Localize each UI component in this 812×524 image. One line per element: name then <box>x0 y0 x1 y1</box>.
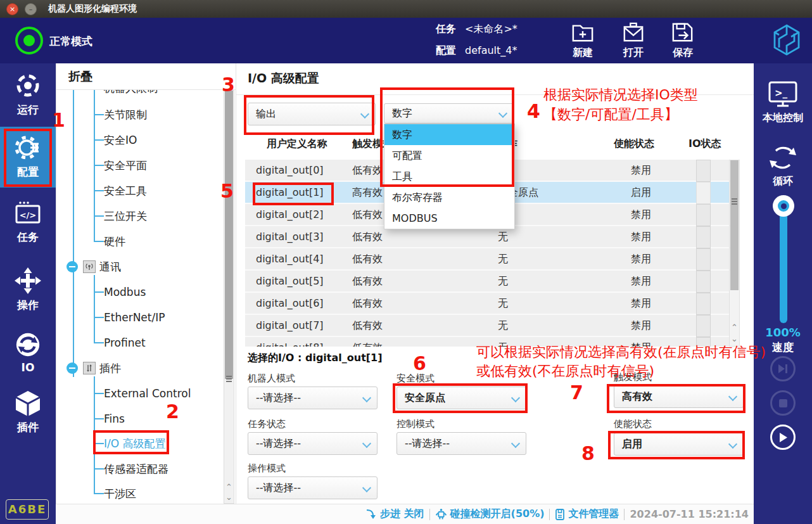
tree-scrollbar[interactable]: ⌃ ⌄ <box>224 90 234 504</box>
dropdown-option-modbus[interactable]: MODBUS <box>384 208 514 229</box>
step-arrow-icon <box>365 509 377 520</box>
step-mode-status[interactable]: 步进 关闭 <box>365 508 424 521</box>
trigger-mode-dropdown[interactable]: 高有效 <box>614 385 744 408</box>
sliders-icon <box>83 362 96 374</box>
cell-trigger: 高有效 <box>352 182 383 203</box>
sidebar-item-operate[interactable]: 操作 <box>0 266 56 312</box>
cell-enable: 禁用 <box>631 315 651 336</box>
io-state-checkbox[interactable] <box>696 248 711 271</box>
file-manager-icon <box>555 509 565 520</box>
scroll-down-icon[interactable]: ⌄ <box>225 494 232 501</box>
tree-item-sensor-adapter[interactable]: 传感器适配器 <box>104 460 168 478</box>
table-row[interactable]: digital_out[3]低有效无禁用 <box>245 226 729 248</box>
tree-item-interference-zone[interactable]: 干涉区 <box>104 485 136 502</box>
table-row[interactable]: digital_out[6]低有效无禁用 <box>245 293 729 315</box>
loop-button[interactable]: 循环 <box>754 143 812 188</box>
tree-item-ethernet-ip[interactable]: EtherNet/IP <box>104 309 165 326</box>
tree-item-fins[interactable]: Fins <box>104 410 125 428</box>
tree-line <box>94 418 104 419</box>
tree-scrollbar-thumb[interactable] <box>225 91 233 379</box>
table-row[interactable]: digital_out[4]低有效无禁用 <box>245 248 729 271</box>
robot-mode-value: --请选择-- <box>256 392 301 404</box>
play-button[interactable] <box>770 425 796 450</box>
io-state-checkbox[interactable] <box>696 271 711 293</box>
tree-header-collapse[interactable]: 折叠 <box>56 63 236 90</box>
tree-item-modbus[interactable]: Modbus <box>104 283 146 301</box>
tree-node-communication[interactable]: 通讯 <box>67 258 121 276</box>
dropdown-option-configurable[interactable]: 可配置 <box>384 145 514 166</box>
table-row[interactable]: digital_out[7]低有效无禁用 <box>245 315 729 337</box>
io-type-dropdown[interactable]: 数字 <box>384 103 514 124</box>
table-row[interactable]: digital_out[5]低有效无禁用 <box>245 271 729 293</box>
config-label: 配置 <box>436 44 456 56</box>
close-icon[interactable]: × <box>6 3 18 15</box>
tree-item-joint-limit[interactable]: 关节限制 <box>104 106 147 124</box>
collapse-minus-icon[interactable] <box>67 261 78 272</box>
robot-mode-dropdown[interactable]: --请选择-- <box>248 387 377 409</box>
tree-item-io-advanced-config[interactable]: I/O 高级配置 <box>104 435 166 452</box>
dropdown-option-tool[interactable]: 工具 <box>384 166 514 187</box>
tree-item-safety-plane[interactable]: 安全平面 <box>104 157 147 174</box>
dropdown-option-digital[interactable]: 数字 <box>384 124 514 145</box>
cell-enable: 禁用 <box>631 337 651 347</box>
cell-enable: 禁用 <box>631 293 651 314</box>
tree-item-profinet[interactable]: Profinet <box>104 334 146 352</box>
table-row-partial[interactable]: digital_out[8]低有效无禁用 <box>245 337 729 347</box>
io-state-checkbox[interactable] <box>696 293 711 315</box>
scroll-up-icon[interactable]: ⌃ <box>731 324 738 331</box>
step-forward-button[interactable] <box>770 356 796 381</box>
save-button[interactable]: 保存 <box>659 22 706 60</box>
field-label-robot-mode: 机器人模式 <box>248 373 295 385</box>
run-icon <box>13 91 42 103</box>
tree-item-safety-io[interactable]: 安全IO <box>104 131 137 149</box>
save-disk-icon <box>671 34 695 46</box>
tree-line <box>94 393 104 394</box>
stop-button[interactable] <box>770 390 796 416</box>
io-state-checkbox[interactable] <box>696 182 711 204</box>
tree-item-robot-limit[interactable]: 机器人限制 <box>104 90 158 97</box>
sidebar-item-task[interactable]: </> 任务 <box>0 200 56 245</box>
control-mode-dropdown[interactable]: --请选择-- <box>396 432 526 455</box>
tree-item-three-pos-switch[interactable]: 三位开关 <box>104 207 147 225</box>
task-value: <未命名>* <box>465 23 517 35</box>
tree-item-safety-tool[interactable]: 安全工具 <box>104 182 147 200</box>
sidebar-item-io[interactable]: IO <box>0 331 56 374</box>
stop-icon <box>779 399 787 407</box>
table-scrollbar[interactable]: ⌃ ⌄ <box>729 160 740 347</box>
minimize-icon[interactable]: – <box>25 3 37 15</box>
sidebar-item-label: 运行 <box>0 103 56 117</box>
io-state-checkbox[interactable] <box>696 204 711 226</box>
tree-item-external-control[interactable]: External Control <box>104 385 191 402</box>
control-mode-value: --请选择-- <box>405 437 450 449</box>
speed-slider-track[interactable] <box>780 204 787 323</box>
sidebar-item-run[interactable]: 运行 <box>0 71 56 117</box>
scroll-down-icon[interactable]: ⌄ <box>731 335 738 342</box>
io-state-checkbox[interactable] <box>696 226 711 248</box>
sidebar-item-plugin[interactable]: 插件 <box>0 390 56 435</box>
io-state-checkbox[interactable] <box>696 315 711 337</box>
tree-line <box>94 190 104 191</box>
local-control-button[interactable]: >_ 本地控制 <box>754 80 812 125</box>
collision-detect-status[interactable]: 碰撞检测开启(50%) <box>435 508 545 521</box>
operate-mode-dropdown[interactable]: --请选择-- <box>248 476 377 499</box>
tree-node-plugin[interactable]: 插件 <box>67 359 121 377</box>
scroll-up-icon[interactable]: ⌃ <box>225 483 232 490</box>
speed-slider-handle[interactable] <box>773 195 794 217</box>
window-title: 机器人图形化编程环境 <box>48 3 137 15</box>
sidebar-item-config[interactable]: 配置 <box>0 127 56 188</box>
collapse-minus-icon[interactable] <box>67 362 78 374</box>
io-state-checkbox[interactable] <box>696 337 711 347</box>
table-scrollbar-thumb[interactable] <box>730 160 739 290</box>
new-button[interactable]: 新建 <box>559 22 606 60</box>
file-manager-button[interactable]: 文件管理器 <box>555 508 619 521</box>
safety-mode-dropdown[interactable]: 安全原点 <box>396 387 526 409</box>
io-direction-dropdown[interactable]: 输出 <box>248 103 376 125</box>
task-state-value: --请选择-- <box>256 437 301 449</box>
task-state-dropdown[interactable]: --请选择-- <box>248 432 377 455</box>
tree-item-hardware[interactable]: 硬件 <box>104 233 125 250</box>
dropdown-option-bool-register[interactable]: 布尔寄存器 <box>384 187 514 208</box>
io-state-checkbox[interactable] <box>696 160 711 182</box>
enable-state-dropdown[interactable]: 启用 <box>614 433 744 456</box>
open-button[interactable]: 打开 <box>610 22 657 60</box>
tree-line <box>94 139 104 141</box>
